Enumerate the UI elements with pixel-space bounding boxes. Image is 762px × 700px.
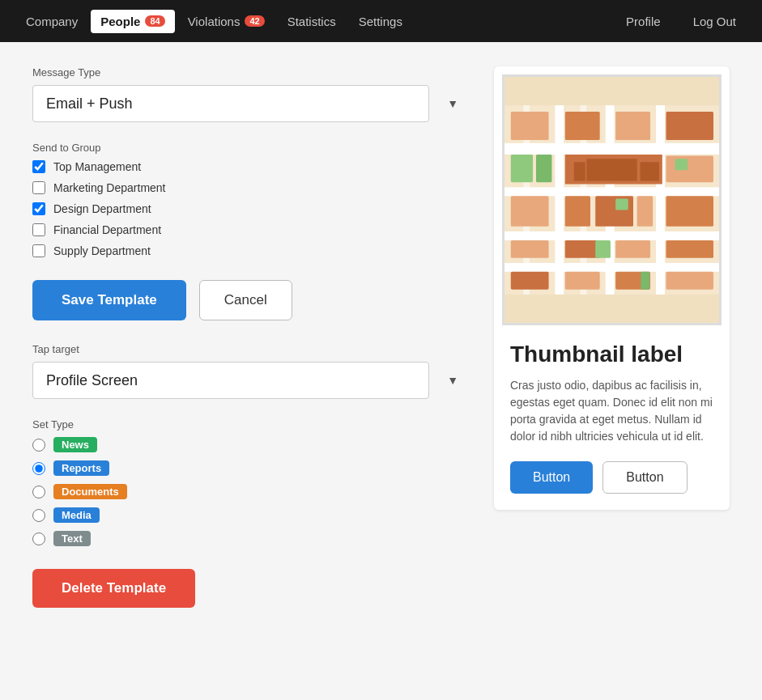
badge-reports: Reports <box>53 460 109 476</box>
send-to-group-label: Send to Group <box>32 142 470 154</box>
svg-rect-13 <box>666 112 713 140</box>
save-template-button[interactable]: Save Template <box>32 280 186 320</box>
radio-documents[interactable]: Documents <box>32 484 470 499</box>
svg-rect-12 <box>615 112 650 140</box>
cancel-button[interactable]: Cancel <box>199 280 292 320</box>
card-primary-button[interactable]: Button <box>510 461 593 494</box>
nav-settings[interactable]: Settings <box>349 10 412 33</box>
message-type-label: Message Type <box>32 66 470 78</box>
card-content: Thumbnail label Cras justo odio, dapibus… <box>494 333 730 445</box>
svg-rect-22 <box>565 196 590 226</box>
profile-label: Profile <box>626 15 661 28</box>
radio-documents-input[interactable] <box>32 486 45 498</box>
svg-rect-26 <box>666 196 713 226</box>
statistics-label: Statistics <box>287 15 336 28</box>
radio-media-input[interactable] <box>32 509 45 522</box>
people-badge: 84 <box>145 15 164 27</box>
svg-rect-36 <box>641 272 649 290</box>
checkbox-marketing-label: Marketing Department <box>53 181 166 194</box>
svg-rect-11 <box>565 112 600 140</box>
svg-rect-20 <box>675 159 688 170</box>
svg-rect-31 <box>511 272 549 290</box>
svg-rect-27 <box>511 240 549 258</box>
svg-rect-24 <box>615 198 628 210</box>
badge-media: Media <box>53 507 100 523</box>
nav-profile[interactable]: Profile <box>616 10 670 33</box>
logout-label: Log Out <box>693 15 736 28</box>
delete-template-button[interactable]: Delete Template <box>32 569 195 608</box>
radio-text[interactable]: Text <box>32 531 470 546</box>
svg-rect-18 <box>641 162 659 180</box>
checkbox-financial-label: Financial Department <box>53 223 161 236</box>
checkbox-top-management[interactable]: Top Management <box>32 160 470 173</box>
message-type-select[interactable]: Email + Push Email Only Push Only <box>32 85 429 122</box>
svg-rect-34 <box>666 272 713 290</box>
badge-news: News <box>53 437 97 452</box>
card-panel: Thumbnail label Cras justo odio, dapibus… <box>494 66 730 510</box>
send-to-group-section: Send to Group Top Management Marketing D… <box>32 142 470 257</box>
tap-target-arrow-icon: ▼ <box>447 374 458 387</box>
svg-rect-30 <box>666 240 713 258</box>
checkbox-design-input[interactable] <box>32 202 45 215</box>
violations-badge: 42 <box>245 15 264 27</box>
svg-rect-28 <box>565 240 600 258</box>
tap-target-section: Tap target Profile Screen Home Screen Se… <box>32 343 470 399</box>
svg-rect-10 <box>511 112 549 140</box>
checkbox-marketing-input[interactable] <box>32 181 45 194</box>
svg-rect-14 <box>511 155 533 182</box>
svg-rect-15 <box>536 155 551 182</box>
checkbox-financial[interactable]: Financial Department <box>32 223 470 236</box>
radio-news-input[interactable] <box>32 439 45 452</box>
svg-rect-5 <box>555 105 564 295</box>
svg-rect-29 <box>615 240 650 258</box>
svg-rect-7 <box>656 105 665 295</box>
map-svg <box>504 77 719 323</box>
svg-rect-17 <box>574 162 585 180</box>
company-label: Company <box>26 15 78 28</box>
card-body: Cras justo odio, dapibus ac facilisis in… <box>510 377 713 445</box>
checkbox-top-management-input[interactable] <box>32 160 45 173</box>
set-type-label: Set Type <box>32 418 470 431</box>
radio-text-input[interactable] <box>32 532 45 545</box>
settings-label: Settings <box>359 15 402 28</box>
card-title: Thumbnail label <box>510 342 713 367</box>
nav-violations[interactable]: Violations 42 <box>178 10 275 33</box>
svg-rect-16 <box>586 159 636 180</box>
checkbox-design-label: Design Department <box>53 202 151 215</box>
action-buttons-row: Save Template Cancel <box>32 280 470 320</box>
radio-reports[interactable]: Reports <box>32 460 470 476</box>
radio-news[interactable]: News <box>32 437 470 452</box>
checkbox-design[interactable]: Design Department <box>32 202 470 215</box>
nav-statistics[interactable]: Statistics <box>278 10 346 33</box>
tap-target-select[interactable]: Profile Screen Home Screen Settings Scre… <box>32 362 429 399</box>
checkbox-top-management-label: Top Management <box>53 160 141 173</box>
svg-rect-25 <box>637 196 653 226</box>
checkbox-supply-label: Supply Department <box>53 244 151 257</box>
message-type-arrow-icon: ▼ <box>447 97 458 110</box>
left-panel: Message Type Email + Push Email Only Pus… <box>32 66 470 608</box>
card-secondary-button[interactable]: Button <box>602 461 687 494</box>
card-buttons-row: Button Button <box>494 461 730 494</box>
nav-logout[interactable]: Log Out <box>683 10 746 33</box>
svg-rect-19 <box>666 155 713 182</box>
checkbox-supply[interactable]: Supply Department <box>32 244 470 257</box>
radio-reports-input[interactable] <box>32 462 45 475</box>
checkbox-supply-input[interactable] <box>32 244 45 257</box>
tap-target-wrapper: Profile Screen Home Screen Settings Scre… <box>32 362 470 399</box>
svg-rect-35 <box>595 240 611 258</box>
message-type-wrapper: Email + Push Email Only Push Only ▼ <box>32 85 470 122</box>
card-map <box>502 74 722 325</box>
svg-rect-21 <box>511 196 549 226</box>
people-label: People <box>100 15 140 28</box>
badge-text: Text <box>53 531 91 546</box>
badge-documents: Documents <box>53 484 127 499</box>
radio-media[interactable]: Media <box>32 507 470 523</box>
set-type-section: Set Type News Reports Documents Media Te… <box>32 418 470 546</box>
checkbox-financial-input[interactable] <box>32 223 45 236</box>
svg-rect-32 <box>565 272 600 290</box>
tap-target-label: Tap target <box>32 343 470 355</box>
nav-people[interactable]: People 84 <box>91 10 174 33</box>
nav-company[interactable]: Company <box>16 10 87 33</box>
checkbox-marketing[interactable]: Marketing Department <box>32 181 470 194</box>
violations-label: Violations <box>188 15 241 28</box>
